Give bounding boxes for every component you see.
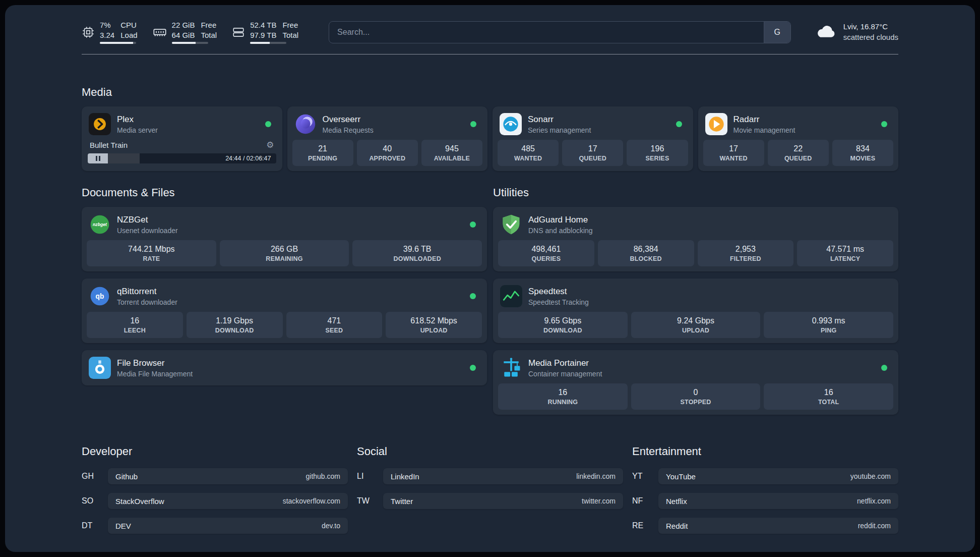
memory-label-bottom: Total (201, 30, 217, 40)
stat-tile: 16 TOTAL (764, 383, 893, 410)
stat-value: 485 (500, 144, 557, 153)
playback-progress-bar[interactable]: 24:44 / 02:06:47 (108, 153, 276, 163)
stat-label: DOWNLOAD (500, 327, 626, 334)
stat-value: 9.24 Gbps (633, 316, 759, 325)
top-bar: 7% 3.24 CPU Load (5, 5, 975, 44)
search-provider-button[interactable]: G (764, 22, 790, 43)
stat-tile: 9.65 Gbps DOWNLOAD (498, 312, 628, 338)
disk-icon (232, 26, 245, 39)
bookmark-url: github.com (306, 472, 340, 480)
bookmark-name: LinkedIn (391, 472, 419, 481)
stat-label: PENDING (294, 155, 351, 162)
stat-tile: 9.24 Gbps UPLOAD (631, 312, 761, 338)
section-documents: Documents & Files nzbget NZBGet Usenet d… (82, 186, 487, 385)
bookmark-name: YouTube (666, 472, 696, 481)
disk-total: 97.9 TB (250, 30, 276, 40)
stat-tile: 196 SERIES (627, 140, 688, 166)
stat-tile: 0 STOPPED (631, 383, 761, 410)
bookmark-twitter[interactable]: TW Twitter twitter.com (357, 493, 623, 509)
stat-value: 16 (500, 388, 626, 397)
bookmark-github[interactable]: GH Github github.com (82, 468, 348, 484)
stat-label: FILTERED (700, 255, 792, 262)
service-link-overseerr[interactable]: Overseerr Media Requests (292, 112, 483, 140)
stat-label: WANTED (705, 155, 762, 162)
stat-tile: 2,953 FILTERED (698, 240, 794, 266)
bookmark-youtube[interactable]: YT YouTube youtube.com (632, 468, 898, 484)
search-input[interactable] (329, 22, 764, 43)
service-link-qbittorrent[interactable]: qb qBittorrent Torrent downloader (87, 284, 482, 312)
service-link-sonarr[interactable]: Sonarr Series management (498, 112, 688, 140)
service-link-adguard[interactable]: AdGuard Home DNS and adblocking (498, 212, 893, 240)
bookmark-name: DEV (115, 522, 131, 530)
service-link-plex[interactable]: Plex Media server (87, 112, 277, 140)
disk-widget: 52.4 TB 97.9 TB Free Total (232, 20, 298, 44)
speedtest-icon (500, 285, 522, 307)
sonarr-icon (500, 113, 522, 135)
service-link-portainer[interactable]: Media Portainer Container management (498, 355, 893, 383)
stat-label: LATENCY (799, 255, 891, 262)
stat-tile: 498,461 QUERIES (498, 240, 594, 266)
cpu-label-top: CPU (120, 20, 137, 30)
header-divider (82, 54, 898, 54)
stat-value: 1.19 Gbps (189, 316, 281, 325)
bookmark-stackoverflow[interactable]: SO StackOverflow stackoverflow.com (82, 493, 348, 509)
service-name: Speedtest (528, 287, 589, 297)
service-card-qbittorrent: qb qBittorrent Torrent downloader 16 LEE… (82, 278, 487, 343)
weather-widget[interactable]: Lviv, 16.87°C scattered clouds (815, 22, 898, 42)
status-dot (470, 293, 476, 299)
gear-icon[interactable]: ⚙ (266, 141, 274, 149)
memory-widget: 22 GiB 64 GiB Free Total (153, 20, 217, 44)
stat-label: UPLOAD (388, 327, 480, 334)
stat-value: 47.571 ms (799, 245, 891, 254)
cpu-icon (82, 26, 95, 39)
cpu-load-value: 3.24 (100, 30, 114, 40)
stat-tile: 16 RUNNING (498, 383, 628, 410)
cpu-percent: 7% (100, 20, 114, 30)
stat-tile: 834 MOVIES (832, 140, 893, 166)
cpu-usage-bar (100, 42, 136, 44)
bookmark-abbr: GH (82, 472, 108, 481)
service-link-nzbget[interactable]: nzbget NZBGet Usenet downloader (87, 212, 482, 240)
stat-tile: 945 AVAILABLE (421, 140, 482, 166)
memory-icon (153, 25, 167, 39)
bookmark-url: stackoverflow.com (283, 497, 340, 505)
bookmark-reddit[interactable]: RE Reddit reddit.com (632, 518, 898, 534)
service-link-speedtest[interactable]: Speedtest Speedtest Tracking (498, 284, 893, 312)
pause-button[interactable] (88, 153, 108, 163)
stat-value: 22 (770, 144, 827, 153)
service-name: Plex (117, 115, 158, 125)
stat-tile: 744.21 Mbps RATE (87, 240, 216, 266)
bookmark-linkedin[interactable]: LI LinkedIn linkedin.com (357, 468, 623, 484)
section-media: Media Plex Media server (82, 86, 898, 171)
stat-label: RATE (89, 255, 214, 262)
bookmark-group-entertainment: Entertainment YT YouTube youtube.com NF … (632, 445, 898, 542)
service-card-radarr: Radarr Movie management 17 WANTED 22 QUE… (698, 106, 899, 171)
stat-value: 17 (564, 144, 621, 153)
service-link-radarr[interactable]: Radarr Movie management (703, 112, 894, 140)
radarr-icon (705, 113, 727, 135)
stat-tile: 17 WANTED (703, 140, 764, 166)
stat-label: QUERIES (500, 255, 592, 262)
status-dot (470, 121, 476, 127)
overseerr-icon (294, 113, 317, 135)
stat-label: SERIES (629, 155, 686, 162)
service-card-plex: Plex Media server Bullet Train ⚙ (82, 106, 282, 171)
service-card-nzbget: nzbget NZBGet Usenet downloader 744.21 M… (82, 207, 487, 271)
stat-value: 16 (89, 316, 181, 325)
stat-value: 0 (633, 388, 759, 397)
bookmark-url: reddit.com (858, 522, 891, 530)
stat-tile: 22 QUEUED (768, 140, 829, 166)
stat-value: 266 GB (222, 245, 347, 254)
now-playing-title: Bullet Train (90, 141, 128, 149)
plex-icon (89, 113, 111, 135)
service-link-filebrowser[interactable]: File Browser Media File Management (87, 355, 482, 380)
qbittorrent-icon-text: qb (96, 293, 104, 300)
media-section-title: Media (82, 86, 898, 99)
bookmark-netflix[interactable]: NF Netflix netflix.com (632, 493, 898, 509)
stat-label: AVAILABLE (423, 155, 480, 162)
stat-label: WANTED (500, 155, 557, 162)
stat-label: TOTAL (766, 399, 891, 406)
bookmark-dev[interactable]: DT DEV dev.to (82, 518, 348, 534)
bookmark-group-developer: Developer GH Github github.com SO StackO… (82, 445, 348, 542)
stat-value: 196 (629, 144, 686, 153)
